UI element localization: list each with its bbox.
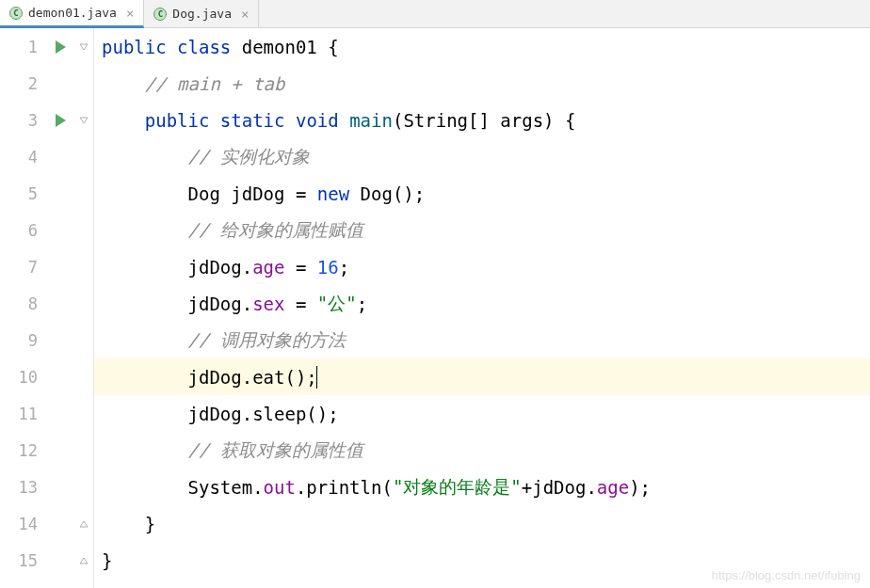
code-line[interactable]: public class demon01 { xyxy=(94,28,870,65)
code-line[interactable]: jdDog.sex = "公"; xyxy=(94,285,870,322)
run-marker-slot xyxy=(47,358,73,395)
fold-slot xyxy=(73,432,93,469)
run-marker-slot xyxy=(47,395,73,432)
fold-slot xyxy=(73,322,93,358)
fold-slot xyxy=(73,138,93,175)
run-icon[interactable] xyxy=(56,40,66,54)
close-icon[interactable]: × xyxy=(126,6,134,21)
fold-open-icon[interactable] xyxy=(78,115,89,126)
code-line[interactable]: // 获取对象的属性值 xyxy=(94,432,870,469)
editor-tabs: C demon01.java × C Dog.java × xyxy=(0,0,870,28)
fold-slot xyxy=(73,395,93,432)
line-number: 3 xyxy=(0,102,38,138)
code-line[interactable]: // 给对象的属性赋值 xyxy=(94,212,870,248)
line-number: 5 xyxy=(0,175,38,212)
watermark: https://blog.csdn.net/ifubing xyxy=(712,568,861,582)
fold-close-icon[interactable] xyxy=(78,555,89,566)
run-marker-slot xyxy=(47,65,73,102)
code-line[interactable]: } xyxy=(94,505,870,542)
line-number: 10 xyxy=(0,358,38,395)
line-number: 4 xyxy=(0,138,38,175)
tab-label: Dog.java xyxy=(172,7,232,21)
run-marker-slot xyxy=(47,102,73,138)
line-number: 2 xyxy=(0,65,38,102)
class-icon: C xyxy=(9,7,23,20)
line-number-gutter: 123456789101112131415 xyxy=(0,28,47,588)
run-marker-slot xyxy=(47,505,73,542)
run-marker-slot xyxy=(47,212,73,248)
tab-demon01[interactable]: C demon01.java × xyxy=(0,0,144,28)
code-line[interactable]: jdDog.eat(); xyxy=(94,358,870,395)
run-marker-slot xyxy=(47,542,73,579)
fold-slot xyxy=(73,28,93,65)
line-number: 15 xyxy=(0,542,38,579)
close-icon[interactable]: × xyxy=(241,7,249,22)
fold-open-icon[interactable] xyxy=(78,41,89,53)
code-line[interactable]: jdDog.age = 16; xyxy=(94,248,870,285)
code-line[interactable]: public static void main(String[] args) { xyxy=(94,102,870,138)
run-marker-slot xyxy=(47,469,73,505)
tab-label: demon01.java xyxy=(28,6,117,20)
fold-slot xyxy=(73,358,93,395)
line-number: 1 xyxy=(0,28,38,65)
fold-slot xyxy=(73,469,93,505)
code-line[interactable]: // 调用对象的方法 xyxy=(94,322,870,358)
line-number: 9 xyxy=(0,322,38,358)
code-line[interactable]: // main + tab xyxy=(94,65,870,102)
code-line[interactable]: // 实例化对象 xyxy=(94,138,870,175)
fold-slot xyxy=(73,212,93,248)
code-line[interactable]: jdDog.sleep(); xyxy=(94,395,870,432)
line-number: 6 xyxy=(0,212,38,248)
code-line[interactable]: Dog jdDog = new Dog(); xyxy=(94,175,870,212)
fold-slot xyxy=(73,542,93,579)
run-marker-slot xyxy=(47,28,73,65)
line-number: 14 xyxy=(0,505,38,542)
line-number: 7 xyxy=(0,248,38,285)
fold-slot xyxy=(73,102,93,138)
run-marker-slot xyxy=(47,138,73,175)
fold-slot xyxy=(73,248,93,285)
code-line[interactable]: System.out.println("对象的年龄是"+jdDog.age); xyxy=(94,469,870,505)
fold-slot xyxy=(73,505,93,542)
class-icon: C xyxy=(153,8,167,21)
line-number: 11 xyxy=(0,395,38,432)
line-number: 13 xyxy=(0,469,38,505)
fold-gutter xyxy=(73,28,94,588)
line-number: 8 xyxy=(0,285,38,322)
fold-slot xyxy=(73,175,93,212)
run-marker-slot xyxy=(47,432,73,469)
run-marker-slot xyxy=(47,285,73,322)
text-cursor xyxy=(316,366,317,389)
run-marker-slot xyxy=(47,248,73,285)
line-number: 12 xyxy=(0,432,38,469)
run-marker-slot xyxy=(47,175,73,212)
fold-slot xyxy=(73,285,93,322)
fold-slot xyxy=(73,65,93,102)
run-marker-slot xyxy=(47,322,73,358)
run-gutter xyxy=(47,28,73,588)
run-icon[interactable] xyxy=(56,114,66,127)
code-area[interactable]: public class demon01 { // main + tab pub… xyxy=(94,28,870,588)
code-editor[interactable]: 123456789101112131415 public class demon… xyxy=(0,28,870,588)
fold-close-icon[interactable] xyxy=(78,518,89,530)
tab-dog[interactable]: C Dog.java × xyxy=(144,0,259,27)
